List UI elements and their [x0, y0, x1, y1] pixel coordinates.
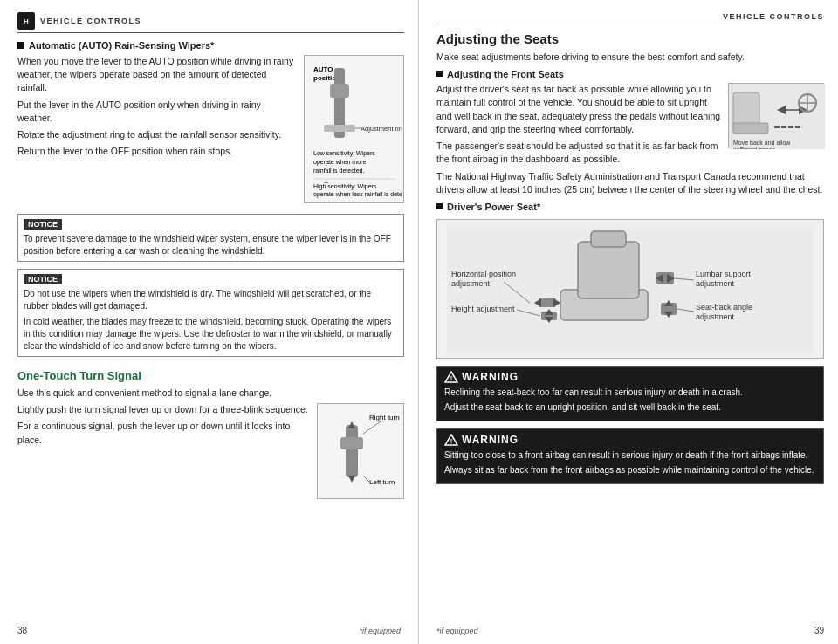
wiper-heading-row: Automatic (AUTO) Rain-Sensing Wipers*: [17, 40, 404, 51]
svg-text:H: H: [24, 17, 29, 25]
svg-text:rainfall is detected.: rainfall is detected.: [313, 168, 364, 174]
page-container: H VEHICLE CONTROLS Automatic (AUTO) Rain…: [0, 0, 838, 644]
svg-text:Right turn: Right turn: [369, 414, 400, 421]
left-page: H VEHICLE CONTROLS Automatic (AUTO) Rain…: [0, 0, 419, 644]
wiper-bullet: [17, 42, 24, 49]
svg-text:Adjustment ring: Adjustment ring: [361, 125, 402, 133]
svg-text:Horizontal position: Horizontal position: [451, 270, 516, 278]
right-page-header: VEHICLE CONTROLS: [436, 12, 824, 24]
front-seats-content: Move back and allow sufficient space. Ad…: [436, 83, 824, 169]
wiper-diagram-container: AUTO position Adjustment ring + Low sens…: [304, 55, 404, 203]
warning-1-text-2: Adjust the seat-back to an upright posit…: [444, 401, 816, 414]
wiper-heading: Automatic (AUTO) Rain-Sensing Wipers*: [29, 40, 214, 51]
svg-text:adjustment: adjustment: [696, 312, 735, 321]
svg-text:!: !: [450, 437, 453, 445]
warning-label-row-2: ! WARNING: [444, 434, 816, 446]
honda-logo: H: [17, 12, 35, 30]
warning-label-1: WARNING: [462, 371, 519, 383]
svg-text:adjustment: adjustment: [696, 279, 735, 288]
svg-rect-6: [330, 84, 349, 98]
warning-box-2: ! WARNING Sitting too close to a front a…: [436, 428, 824, 484]
warning-triangle-2: !: [444, 434, 458, 446]
svg-rect-38: [795, 126, 800, 128]
notice-label-1: NOTICE: [24, 219, 62, 230]
right-if-equipped: *if equipped: [436, 627, 478, 635]
notice-text-1: To prevent severe damage to the windshie…: [24, 233, 398, 257]
svg-rect-20: [346, 425, 358, 477]
left-page-header: H VEHICLE CONTROLS: [17, 12, 404, 33]
adjusting-seats-heading: Adjusting the Seats: [436, 31, 824, 46]
notice-box-2: NOTICE Do not use the wipers when the wi…: [17, 269, 404, 357]
header-left: H VEHICLE CONTROLS: [17, 12, 141, 30]
notice-box-1: NOTICE To prevent severe damage to the w…: [17, 214, 404, 262]
svg-text:Move back and allow: Move back and allow: [733, 140, 791, 146]
svg-text:Lumbar support: Lumbar support: [696, 270, 752, 278]
power-seat-bullet: [436, 203, 443, 209]
warning-label-2: WARNING: [462, 434, 519, 446]
svg-rect-35: [774, 126, 780, 128]
one-touch-heading: One-Touch Turn Signal: [17, 369, 404, 382]
warning-2-text-2: Always sit as far back from the front ai…: [444, 464, 816, 476]
svg-text:Low sensitivity: Wipers: Low sensitivity: Wipers: [313, 150, 375, 157]
notice-text-2b: In cold weather, the blades may freeze t…: [24, 316, 398, 353]
warning-box-1: ! WARNING Reclining the seat-back too fa…: [436, 366, 824, 421]
front-seats-heading-row: Adjusting the Front Seats: [436, 69, 824, 79]
svg-text:High sensitivity: Wipers: High sensitivity: Wipers: [313, 183, 377, 190]
turn-signal-box: Right turn Left turn: [317, 403, 404, 499]
svg-rect-44: [591, 231, 626, 247]
svg-text:Left turn: Left turn: [369, 478, 395, 486]
front-seats-heading: Adjusting the Front Seats: [447, 69, 564, 79]
seats-intro: Make seat adjustments before driving to …: [436, 51, 824, 64]
front-seats-para-3: The National Highway Traffic Safety Admi…: [436, 170, 824, 196]
left-page-number: 38: [17, 626, 27, 635]
svg-text:Seat-back angle: Seat-back angle: [696, 303, 752, 312]
notice-text-2a: Do not use the wipers when the windshiel…: [24, 288, 398, 312]
power-seat-heading-row: Driver's Power Seat*: [436, 202, 824, 212]
svg-text:adjustment: adjustment: [451, 279, 491, 288]
wiper-diagram: AUTO position Adjustment ring + Low sens…: [304, 55, 404, 203]
notice-label-2: NOTICE: [24, 274, 62, 284]
svg-text:sufficient space.: sufficient space.: [733, 147, 777, 149]
warning-2-text-1: Sitting too close to a front airbag can …: [444, 449, 816, 462]
right-page-number: 39: [814, 626, 824, 635]
power-seat-heading: Driver's Power Seat*: [447, 202, 540, 212]
front-seats-bullet: [436, 71, 443, 77]
warning-1-text-1: Reclining the seat-back too far can resu…: [444, 387, 816, 399]
warning-triangle-1: !: [444, 371, 458, 383]
seat-diagram: Horizontal position adjustment Height ad…: [436, 219, 824, 359]
seat-image: Move back and allow sufficient space.: [728, 83, 824, 148]
turn-signal-diagram: Right turn Left turn: [317, 403, 404, 499]
svg-text:operate when less rainfall is : operate when less rainfall is detected.: [313, 191, 402, 198]
right-header-title: VEHICLE CONTROLS: [723, 12, 824, 21]
right-page: VEHICLE CONTROLS Adjusting the Seats Mak…: [419, 0, 838, 644]
svg-rect-28: [733, 123, 768, 134]
svg-text:Height adjustment: Height adjustment: [451, 305, 515, 313]
svg-rect-36: [781, 126, 786, 128]
warning-label-row-1: ! WARNING: [444, 371, 816, 383]
svg-rect-21: [340, 437, 363, 449]
one-touch-content: Right turn Left turn Lightly push the tu…: [17, 403, 404, 503]
svg-rect-7: [324, 125, 355, 132]
svg-rect-43: [578, 242, 639, 298]
wiper-section: Automatic (AUTO) Rain-Sensing Wipers* AU…: [17, 40, 404, 207]
left-header-title: VEHICLE CONTROLS: [40, 17, 141, 25]
svg-text:operate when more: operate when more: [313, 159, 366, 166]
svg-rect-37: [788, 126, 793, 128]
svg-text:!: !: [450, 374, 453, 382]
one-touch-intro: Use this quick and convenient method to …: [17, 387, 404, 400]
left-if-equipped: *if equipped: [359, 627, 401, 635]
svg-text:AUTO: AUTO: [313, 65, 333, 73]
